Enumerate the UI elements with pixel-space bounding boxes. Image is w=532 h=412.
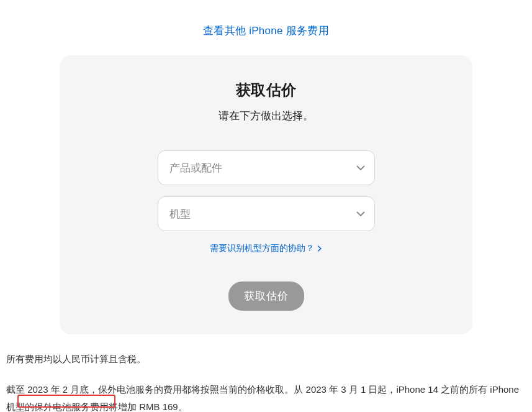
model-select-placeholder: 机型 bbox=[169, 207, 191, 221]
model-select[interactable]: 机型 bbox=[158, 196, 375, 231]
product-select-placeholder: 产品或配件 bbox=[169, 161, 222, 175]
product-select-wrap: 产品或配件 bbox=[158, 150, 375, 185]
other-services-link[interactable]: 查看其他 iPhone 服务费用 bbox=[203, 25, 329, 37]
get-estimate-button[interactable]: 获取估价 bbox=[228, 282, 304, 311]
footer-block: 所有费用均以人民币计算且含税。 截至 2023 年 2 月底，保外电池服务的费用… bbox=[0, 334, 532, 412]
card-title: 获取估价 bbox=[84, 80, 448, 100]
footer-note-price-change-text: 截至 2023 年 2 月底，保外电池服务的费用都将按照当前的价格收取。从 20… bbox=[6, 384, 519, 413]
help-link-row: 需要识别机型方面的协助？ bbox=[84, 242, 448, 254]
identify-model-help-link[interactable]: 需要识别机型方面的协助？ bbox=[210, 243, 323, 253]
help-link-label: 需要识别机型方面的协助？ bbox=[210, 243, 314, 253]
product-select[interactable]: 产品或配件 bbox=[158, 150, 375, 185]
footer-note-price-change: 截至 2023 年 2 月底，保外电池服务的费用都将按照当前的价格收取。从 20… bbox=[6, 381, 526, 413]
top-link-row: 查看其他 iPhone 服务费用 bbox=[0, 0, 532, 55]
model-select-wrap: 机型 bbox=[158, 196, 375, 231]
footer-note-tax: 所有费用均以人民币计算且含税。 bbox=[6, 350, 526, 369]
estimate-card: 获取估价 请在下方做出选择。 产品或配件 机型 需要识别机型方面的协助？ 获取估… bbox=[60, 55, 472, 334]
card-subtitle: 请在下方做出选择。 bbox=[84, 109, 448, 123]
chevron-right-icon bbox=[317, 244, 322, 254]
